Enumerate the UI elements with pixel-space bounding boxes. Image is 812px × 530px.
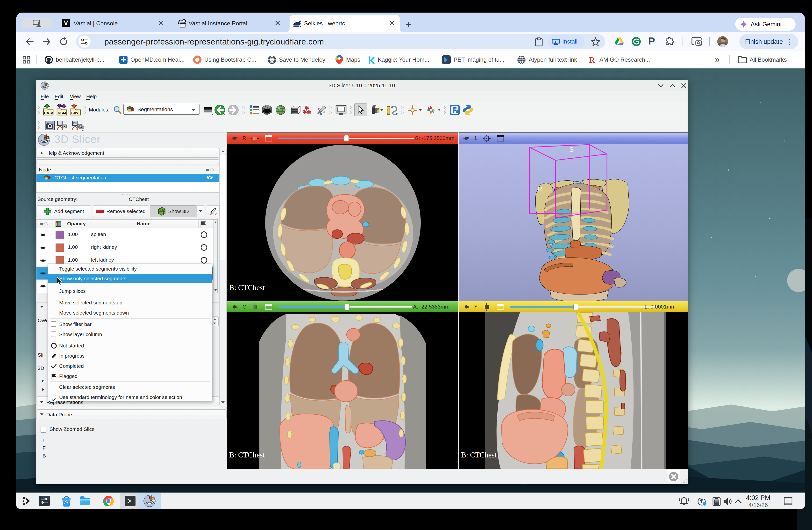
- svg-text:DCM: DCM: [58, 111, 66, 115]
- svg-text:✱: ✱: [303, 109, 307, 115]
- svg-text:B: CTChest: B: CTChest: [461, 451, 497, 459]
- svg-text:✱: ✱: [307, 109, 311, 115]
- svg-text:R: R: [538, 185, 542, 193]
- svg-text:L: L: [602, 178, 606, 186]
- svg-text:S: S: [569, 146, 574, 153]
- svg-text:SAVE: SAVE: [71, 111, 81, 115]
- svg-text:R: R: [589, 55, 595, 64]
- svg-text:B: CTChest: B: CTChest: [229, 283, 265, 292]
- svg-text:DATA: DATA: [44, 111, 54, 115]
- svg-text:B: CTChest: B: CTChest: [229, 451, 265, 459]
